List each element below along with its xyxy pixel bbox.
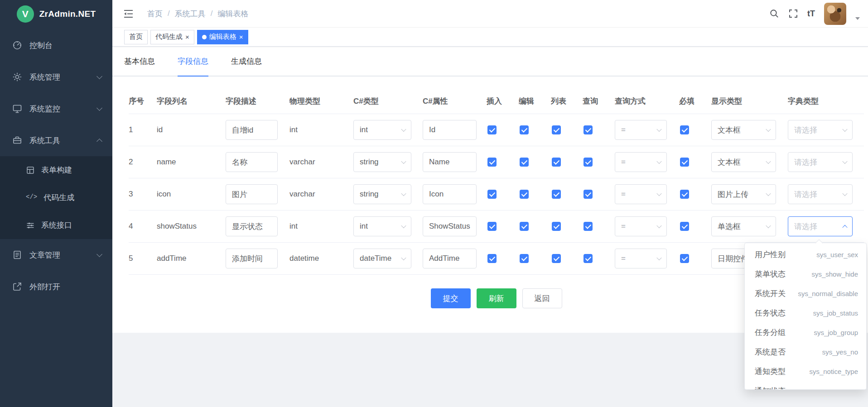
query-checkbox[interactable] (583, 222, 593, 231)
sidebar-item-code-generator[interactable]: </> 代码生成 (0, 184, 112, 211)
dict-option-normal-disable[interactable]: 系统开关 sys_normal_disable (745, 284, 866, 303)
cs-attr-input[interactable] (423, 216, 477, 236)
select-value: int (360, 222, 368, 231)
cs-attr-input[interactable] (423, 184, 477, 204)
breadcrumb-item-system-tools[interactable]: 系统工具 (175, 9, 206, 19)
logo[interactable]: V ZrAdmin.NET (0, 0, 112, 28)
cs-type-select[interactable]: string (353, 184, 411, 204)
insert-checkbox[interactable] (487, 158, 497, 167)
dict-option-job-group[interactable]: 任务分组 sys_job_group (745, 323, 866, 342)
dict-type-select[interactable]: 请选择 (788, 152, 853, 172)
edit-checkbox[interactable] (520, 190, 529, 199)
physical-type: varchar (289, 158, 353, 167)
insert-checkbox[interactable] (487, 190, 497, 199)
query-mode-select[interactable]: = (615, 184, 667, 204)
edit-checkbox[interactable] (520, 125, 529, 134)
dict-option-user-sex[interactable]: 用户性别 sys_user_sex (745, 245, 866, 264)
cs-attr-input[interactable] (423, 249, 477, 268)
list-checkbox[interactable] (552, 158, 561, 167)
dict-option-job-status[interactable]: 任务状态 sys_job_status (745, 303, 866, 323)
avatar-caret-down-icon[interactable] (855, 17, 860, 20)
query-checkbox[interactable] (583, 125, 593, 134)
dict-option-notice-status[interactable]: 通知状态 (745, 381, 866, 389)
display-type-select[interactable]: 图片上传 (711, 184, 776, 204)
required-checkbox[interactable] (680, 158, 689, 167)
dict-option-show-hide[interactable]: 菜单状态 sys_show_hide (745, 264, 866, 284)
tag-code-generator[interactable]: 代码生成 × (150, 30, 194, 44)
dict-type-select[interactable]: 请选择 (788, 120, 853, 140)
sidebar-item-system-tools[interactable]: 系统工具 (0, 124, 112, 156)
select-value: = (621, 254, 626, 263)
dict-option-notice-type[interactable]: 通知类型 sys_notice_type (745, 362, 866, 381)
dict-type-select[interactable]: 请选择 (788, 184, 853, 204)
close-icon[interactable]: × (185, 34, 189, 40)
tab-field-info[interactable]: 字段信息 (178, 47, 208, 76)
select-value: 文本框 (718, 125, 741, 135)
cs-type-select[interactable]: string (353, 152, 411, 172)
tag-home[interactable]: 首页 (124, 30, 148, 44)
refresh-button[interactable]: 刷新 (477, 288, 516, 308)
tag-edit-table[interactable]: 编辑表格 × (197, 30, 248, 44)
cs-type-select[interactable]: int (353, 216, 411, 236)
field-desc-input[interactable] (226, 216, 278, 236)
list-checkbox[interactable] (552, 254, 561, 263)
edit-checkbox[interactable] (520, 158, 529, 167)
insert-checkbox[interactable] (487, 222, 497, 231)
submit-button[interactable]: 提交 (431, 288, 471, 308)
close-icon[interactable]: × (239, 34, 243, 40)
query-mode-select[interactable]: = (615, 152, 667, 172)
breadcrumb-item-home[interactable]: 首页 (147, 9, 163, 19)
cs-attr-input[interactable] (423, 120, 477, 140)
insert-checkbox[interactable] (487, 254, 497, 263)
list-checkbox[interactable] (552, 125, 561, 134)
sidebar-item-article-manage[interactable]: 文章管理 (0, 239, 112, 271)
edit-checkbox[interactable] (520, 254, 529, 263)
sidebar-item-dashboard[interactable]: 控制台 (0, 29, 112, 61)
display-type-select[interactable]: 文本框 (711, 152, 776, 172)
fullscreen-icon[interactable] (788, 9, 798, 19)
sidebar-item-system-api[interactable]: 系统接口 (0, 211, 112, 239)
required-checkbox[interactable] (680, 125, 689, 134)
query-checkbox[interactable] (583, 254, 593, 263)
edit-checkbox[interactable] (520, 222, 529, 231)
required-checkbox[interactable] (680, 222, 689, 231)
insert-checkbox[interactable] (487, 125, 497, 134)
sidebar-item-system-manage[interactable]: 系统管理 (0, 61, 112, 93)
sidebar-item-external-open[interactable]: 外部打开 (0, 271, 112, 302)
required-checkbox[interactable] (680, 254, 689, 263)
query-mode-select[interactable]: = (615, 216, 667, 236)
display-type-select[interactable]: 文本框 (711, 120, 776, 140)
query-mode-select[interactable]: = (615, 249, 667, 268)
column-header: 查询 (583, 96, 615, 106)
query-checkbox[interactable] (583, 158, 593, 167)
sidebar-item-system-monitor[interactable]: 系统监控 (0, 93, 112, 124)
list-checkbox[interactable] (552, 190, 561, 199)
field-desc-input[interactable] (226, 184, 278, 204)
row-number: 1 (129, 125, 157, 134)
cs-attr-input[interactable] (423, 152, 477, 172)
field-desc-input[interactable] (226, 152, 278, 172)
required-checkbox[interactable] (680, 190, 689, 199)
avatar[interactable] (824, 3, 846, 25)
tab-basic-info[interactable]: 基本信息 (124, 47, 155, 76)
cs-type-select[interactable]: dateTime (353, 249, 411, 268)
dict-type-select-open[interactable]: 请选择 (788, 216, 853, 236)
font-size-icon[interactable]: tT (807, 9, 815, 19)
cs-type-select[interactable]: int (353, 120, 411, 140)
sidebar-item-form-builder[interactable]: 表单构建 (0, 156, 112, 184)
list-checkbox[interactable] (552, 222, 561, 231)
chevron-down-icon (766, 191, 771, 196)
field-desc-input[interactable] (226, 249, 278, 268)
collapse-sidebar-icon[interactable] (122, 8, 135, 20)
query-mode-select[interactable]: = (615, 120, 667, 140)
search-icon[interactable] (769, 9, 779, 19)
tab-generate-info[interactable]: 生成信息 (231, 47, 262, 76)
select-value: 请选择 (794, 157, 817, 168)
back-button[interactable]: 返回 (522, 288, 562, 308)
display-type-select[interactable]: 单选框 (711, 216, 776, 236)
chevron-down-icon (656, 127, 661, 132)
dict-option-yes-no[interactable]: 系统是否 sys_yes_no (745, 342, 866, 362)
query-checkbox[interactable] (583, 190, 593, 199)
dict-type-option-list: 用户性别 sys_user_sex 菜单状态 sys_show_hide 系统开… (745, 243, 866, 389)
field-desc-input[interactable] (226, 120, 278, 140)
